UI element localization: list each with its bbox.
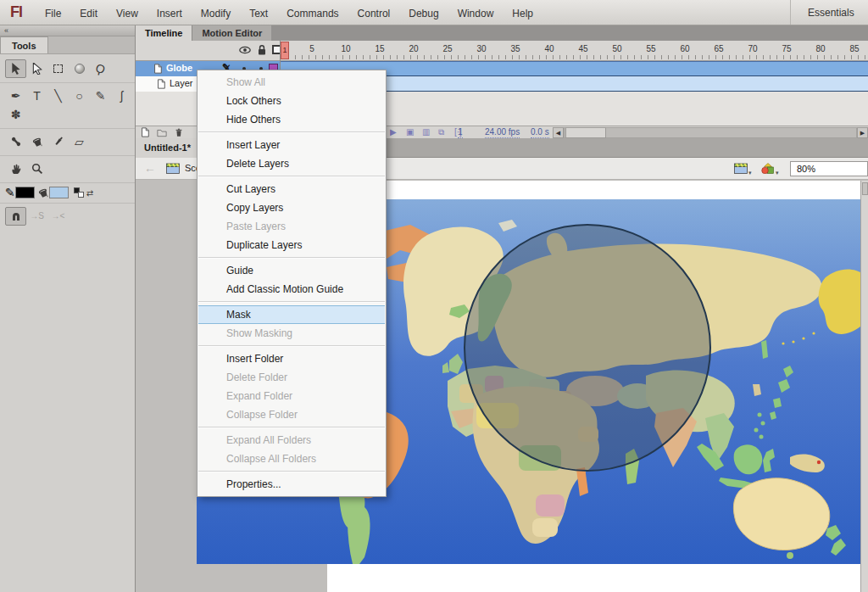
- elapsed-time-value[interactable]: 0.0 s: [531, 126, 549, 138]
- timeline-scroll-left-arrow[interactable]: ◀: [553, 127, 564, 138]
- mask-circle-shape[interactable]: [465, 225, 710, 471]
- threed-rotation-tool-button[interactable]: [69, 59, 90, 78]
- menu-control[interactable]: Control: [348, 8, 400, 20]
- menu-view[interactable]: View: [107, 8, 147, 20]
- menu-window[interactable]: Window: [448, 8, 504, 20]
- tab-timeline[interactable]: Timeline: [136, 25, 192, 41]
- paint-bucket-tool-icon: [31, 136, 43, 148]
- context-menu-item-add-classic-motion-guide[interactable]: Add Classic Motion Guide: [198, 280, 386, 299]
- zoom-tool-icon: [31, 163, 43, 175]
- onion-skin-outlines-button[interactable]: ▥: [422, 126, 430, 138]
- lasso-tool-icon: Ϙ: [94, 62, 107, 76]
- free-transform-tool-icon: [53, 64, 63, 73]
- pen-tool-button[interactable]: ✒: [5, 87, 26, 105]
- timeline-scrollbar-track[interactable]: [564, 127, 857, 138]
- context-menu-item-expand-folder: Expand Folder: [198, 387, 386, 405]
- menu-debug[interactable]: Debug: [399, 8, 448, 20]
- bone-tool-icon: [10, 136, 22, 148]
- tool-group: Ϙ: [0, 56, 135, 83]
- context-menu-item-insert-layer[interactable]: Insert Layer: [198, 136, 386, 154]
- menu-modify[interactable]: Modify: [192, 8, 240, 20]
- tool-group: ✒T╲○✎ʃ✽: [0, 83, 135, 129]
- straighten-tool-button[interactable]: →<: [47, 207, 69, 226]
- panel-collapse-strip[interactable]: «: [0, 25, 135, 36]
- deco-tool-button[interactable]: ✽: [5, 105, 26, 124]
- stroke-color-swatch[interactable]: [15, 187, 35, 198]
- ruler-frame-5: 5: [309, 44, 314, 53]
- free-transform-tool-button[interactable]: [47, 59, 69, 78]
- workspace-switcher[interactable]: Essentials: [790, 0, 868, 25]
- tools-tab-row: Tools: [0, 36, 135, 54]
- stage-vertical-scrollbar-thumb[interactable]: [862, 182, 868, 195]
- center-frame-button[interactable]: ▶: [390, 126, 397, 138]
- ruler-frame-75: 75: [782, 44, 791, 53]
- back-arrow-icon[interactable]: ←: [144, 161, 156, 175]
- timeline-header: 510152025303540455055606570758085 1: [136, 41, 868, 61]
- timeline-scroll-right-arrow[interactable]: ▶: [857, 127, 868, 138]
- menu-file[interactable]: File: [36, 8, 70, 20]
- context-menu-item-mask[interactable]: Mask: [198, 305, 385, 324]
- eraser-tool-button[interactable]: ▱: [69, 132, 90, 151]
- pencil-tool-button[interactable]: ✎: [90, 87, 111, 105]
- document-tab[interactable]: Untitled-1*: [136, 138, 200, 158]
- context-menu-item-hide-others[interactable]: Hide Others: [198, 110, 386, 129]
- bone-tool-button[interactable]: [5, 132, 26, 151]
- context-menu-item-lock-others[interactable]: Lock Others: [198, 92, 386, 110]
- menu-bar: Fl FileEditViewInsertModifyTextCommandsC…: [0, 0, 868, 25]
- new-folder-button[interactable]: [157, 127, 167, 137]
- zoom-tool-button[interactable]: [26, 159, 47, 178]
- new-layer-button[interactable]: [140, 127, 150, 137]
- line-tool-button[interactable]: ╲: [47, 87, 69, 105]
- text-tool-icon: T: [33, 90, 41, 102]
- frame-rate-value[interactable]: 24.00 fps: [485, 126, 520, 138]
- current-frame-value[interactable]: 1: [458, 126, 463, 138]
- edit-symbols-button[interactable]: [761, 163, 775, 174]
- playhead[interactable]: 1: [281, 42, 289, 59]
- brush-tool-button[interactable]: ʃ: [111, 87, 132, 105]
- menu-edit[interactable]: Edit: [70, 8, 107, 20]
- menu-help[interactable]: Help: [503, 8, 542, 20]
- menu-text[interactable]: Text: [240, 8, 277, 20]
- tab-motion-editor[interactable]: Motion Editor: [192, 25, 271, 41]
- context-menu-item-copy-layers[interactable]: Copy Layers: [198, 198, 386, 217]
- tool-group: ▱: [0, 129, 135, 156]
- context-menu-item-delete-folder: Delete Folder: [198, 368, 386, 387]
- paint-bucket-tool-button[interactable]: [26, 132, 47, 151]
- delete-layer-button[interactable]: [174, 127, 184, 137]
- context-menu-item-cut-layers[interactable]: Cut Layers: [198, 180, 386, 198]
- tools-tab[interactable]: Tools: [0, 36, 48, 53]
- oval-tool-button[interactable]: ○: [69, 87, 90, 105]
- text-tool-button[interactable]: T: [26, 87, 47, 105]
- ruler-frame-65: 65: [714, 44, 723, 53]
- context-menu-item-properties[interactable]: Properties...: [198, 475, 386, 494]
- context-menu-item-guide[interactable]: Guide: [198, 261, 386, 280]
- timeline-scrollbar-thumb[interactable]: [565, 127, 606, 138]
- selection-tool-button[interactable]: [5, 59, 26, 78]
- eyedropper-tool-button[interactable]: [47, 132, 69, 151]
- subselection-tool-button[interactable]: [26, 59, 47, 78]
- context-menu-item-duplicate-layers[interactable]: Duplicate Layers: [198, 236, 386, 254]
- menu-insert[interactable]: Insert: [147, 8, 192, 20]
- fill-color-swatch[interactable]: [49, 187, 69, 198]
- default-colors-button[interactable]: [74, 187, 84, 198]
- layer-page-icon: [156, 79, 166, 89]
- hand-tool-button[interactable]: [5, 159, 26, 178]
- menu-commands[interactable]: Commands: [277, 8, 348, 20]
- edit-multiple-frames-button[interactable]: ⧉: [438, 126, 444, 138]
- stage-zoom-input[interactable]: 80%: [790, 161, 868, 176]
- context-menu-item-insert-folder[interactable]: Insert Folder: [198, 349, 386, 368]
- lock-unlock-all-layers-icon[interactable]: [256, 44, 268, 56]
- lasso-tool-button[interactable]: Ϙ: [90, 59, 111, 78]
- menu-separator: [198, 301, 385, 303]
- context-menu-item-paste-layers: Paste Layers: [198, 217, 386, 236]
- onion-skin-button[interactable]: ▣: [406, 126, 414, 138]
- swap-colors-button[interactable]: ⇄: [86, 188, 93, 198]
- edit-scene-button[interactable]: [734, 163, 748, 174]
- snap-to-objects-tool-button[interactable]: [5, 207, 26, 226]
- straighten-tool-icon: →<: [52, 212, 65, 221]
- show-hide-all-layers-icon[interactable]: [239, 44, 251, 56]
- menu-separator: [198, 131, 385, 133]
- context-menu-item-delete-layers[interactable]: Delete Layers: [198, 154, 386, 173]
- smooth-tool-button[interactable]: →S: [26, 207, 47, 226]
- stage-vertical-scrollbar[interactable]: [860, 181, 868, 592]
